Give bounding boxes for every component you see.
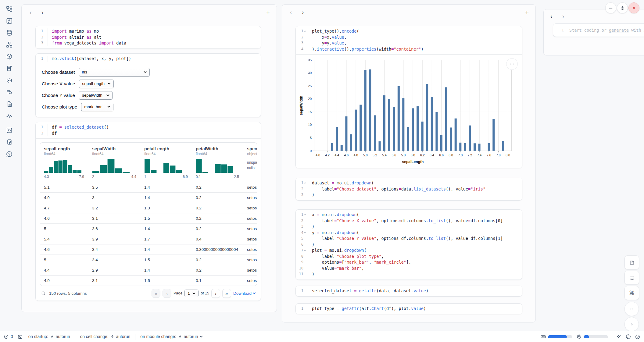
middle-panel: ‹ › + 1plot_type().encode(2 x=x.value,3 …	[282, 4, 536, 322]
search-icon[interactable]	[41, 290, 46, 296]
keyboard-shortcuts-button[interactable]: ⌘	[624, 286, 639, 300]
error-circle-icon	[4, 334, 9, 339]
ai-chat-icon[interactable]	[4, 76, 14, 85]
code-editor[interactable]: 1plot_type = getattr(alt.Chart(df), plot…	[296, 304, 522, 314]
snippets-icon[interactable]	[4, 126, 14, 135]
ai-assist-button[interactable]	[616, 334, 622, 340]
table-row[interactable]: 4.73.21.30.2setosa	[40, 203, 257, 213]
cell-dataframe: 1df = selected_dataset()2df sepalLengthf…	[35, 122, 261, 301]
svg-text:5.2: 5.2	[373, 153, 377, 157]
table-row[interactable]: 4.42.91.40.2setosa	[40, 265, 257, 275]
column-prev-button[interactable]: ‹	[289, 9, 293, 15]
tracing-icon[interactable]	[4, 111, 14, 120]
table-row[interactable]: 5.43.91.70.4setosa	[40, 234, 257, 244]
column-histogram	[144, 159, 192, 173]
column-header-species[interactable]: speciesobjectuniquenulls:	[243, 143, 257, 182]
memory-usage[interactable]	[540, 334, 572, 340]
chart-output: 4.04.24.44.64.85.05.25.45.65.86.06.26.46…	[296, 55, 522, 168]
code-editor[interactable]: 1selected_dataset = getattr(data, datase…	[296, 286, 522, 296]
cell-plot: 1plot_type().encode(2 x=x.value,3 y=y.va…	[295, 26, 522, 168]
outline-search-icon[interactable]	[4, 87, 14, 97]
save-button[interactable]	[624, 255, 639, 269]
svg-text:6.2: 6.2	[420, 153, 425, 157]
terminal-icon	[17, 334, 23, 340]
functions-icon[interactable]	[4, 16, 14, 25]
first-page-button[interactable]: «	[152, 289, 160, 298]
scratchpad-icon[interactable]	[4, 137, 14, 147]
help-icon[interactable]	[4, 149, 14, 159]
next-page-button[interactable]: ›	[211, 289, 220, 298]
cpu-meter	[584, 335, 608, 338]
column-next-button[interactable]: ›	[40, 9, 45, 15]
line-number: 1	[296, 306, 308, 312]
column-next-button[interactable]: ›	[561, 13, 566, 19]
dependency-graph-icon[interactable]	[4, 40, 14, 49]
download-button[interactable]: Download	[233, 291, 256, 296]
code-editor[interactable]: 1dataset = mo.ui.dropdown(2 label="Choos…	[296, 178, 522, 200]
layout-button[interactable]	[624, 271, 639, 285]
last-page-button[interactable]: »	[222, 289, 231, 298]
on-startup-toggle[interactable]: on startup:autorun	[28, 334, 70, 339]
column-header-sepalWidth[interactable]: sepalWidthfloat6424.4	[88, 143, 141, 182]
cpu-usage[interactable]	[576, 334, 608, 340]
empty-cell[interactable]: 1 Start coding or generate with AI	[553, 23, 644, 37]
copilot-button[interactable]	[625, 334, 631, 340]
table-row[interactable]: 4.63.11.50.2setosa	[40, 213, 257, 223]
terminal-button[interactable]	[17, 334, 23, 340]
column-prev-button[interactable]: ‹	[549, 13, 554, 19]
divider	[75, 334, 75, 340]
shutdown-button[interactable]	[628, 2, 639, 13]
y-value-dropdown[interactable]: sepalWidth	[79, 91, 113, 100]
svg-text:8.0: 8.0	[506, 153, 510, 157]
table-row[interactable]: 5.13.51.40.2setosa	[40, 182, 257, 192]
errors-indicator[interactable]: 0	[4, 334, 13, 339]
documentation-icon[interactable]	[4, 99, 14, 109]
svg-text:6.6: 6.6	[439, 153, 444, 157]
chart-actions-button[interactable]	[506, 58, 518, 70]
column-header-petalLength[interactable]: petalLengthfloat6416.9	[141, 143, 192, 182]
table-row[interactable]: 4.931.40.2setosa	[40, 192, 257, 203]
table-row[interactable]: 4.63.41.40.30000000000000004setosa	[40, 244, 257, 255]
table-row[interactable]: 4.93.11.50.1setosa	[40, 275, 257, 286]
line-number: 7	[296, 248, 308, 254]
on-module-change-toggle[interactable]: on module change:autorun	[140, 334, 203, 339]
table-row[interactable]: 53.61.40.2setosa	[40, 223, 257, 234]
logs-icon[interactable]	[4, 64, 14, 73]
table-row[interactable]: 53.41.50.2setosa	[40, 255, 257, 265]
generate-with-ai-link[interactable]: generate	[609, 28, 629, 33]
code-editor[interactable]: 1import marimo as mo2import altair as al…	[36, 26, 261, 48]
settings-button[interactable]	[617, 2, 628, 13]
column-next-button[interactable]: ›	[301, 9, 305, 15]
datasources-icon[interactable]	[4, 28, 14, 37]
column-prev-button[interactable]: ‹	[28, 9, 33, 15]
dataset-dropdown[interactable]: iris	[79, 68, 150, 77]
stop-button[interactable]	[624, 302, 639, 316]
line-number: 1	[296, 288, 308, 294]
code-editor[interactable]: 1df = selected_dataset()2df	[36, 122, 261, 138]
code-editor[interactable]: 1x = mo.ui.dropdown(2 label="Choose X va…	[296, 210, 522, 280]
line-number: 2	[36, 34, 48, 41]
page-select[interactable]: 1	[184, 290, 199, 297]
code-editor[interactable]: 1plot_type().encode(2 x=x.value,3 y=y.va…	[296, 26, 522, 54]
add-column-button[interactable]: +	[266, 9, 270, 16]
line-number: 3	[36, 40, 48, 46]
column-header-petalWidth[interactable]: petalWidthfloat640.12.5	[192, 143, 243, 182]
svg-text:5.4: 5.4	[382, 153, 387, 157]
run-button[interactable]	[624, 317, 639, 331]
altair-chart[interactable]: 4.04.24.44.64.85.05.25.45.65.86.06.26.46…	[299, 58, 521, 166]
on-cell-change-toggle[interactable]: on cell change:autorun	[80, 334, 131, 339]
column-header-sepalLength[interactable]: sepalLengthfloat644.37.9	[40, 143, 88, 182]
prev-page-button[interactable]: ‹	[163, 289, 171, 298]
x-value-dropdown[interactable]: sepalLength	[79, 80, 114, 88]
svg-text:15: 15	[308, 110, 312, 114]
file-explorer-icon[interactable]	[4, 4, 14, 13]
code-editor[interactable]: 1mo.vstack([dataset, x, y, plot])	[36, 54, 261, 64]
line-number: 3	[296, 40, 308, 46]
line-number: 2	[296, 34, 308, 41]
add-column-button[interactable]: +	[525, 9, 529, 16]
cpu-meter-fill	[584, 335, 589, 338]
notebook-menu-button[interactable]	[605, 2, 616, 13]
connection-status[interactable]	[635, 334, 640, 340]
plot-type-dropdown[interactable]: mark_bar	[81, 103, 113, 111]
packages-icon[interactable]	[4, 52, 14, 61]
